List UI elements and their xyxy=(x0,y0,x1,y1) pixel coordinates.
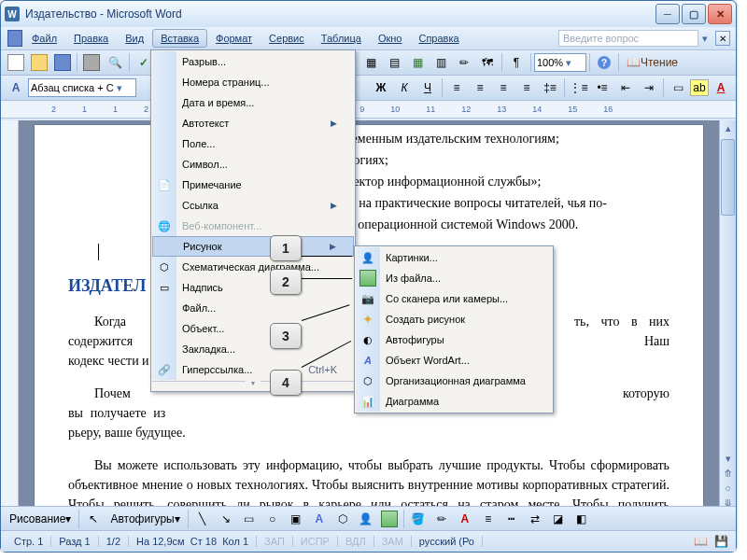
align-center-button[interactable]: ≡ xyxy=(469,77,491,99)
dash-style-button[interactable]: ┅ xyxy=(500,508,523,530)
align-right-button[interactable]: ≡ xyxy=(492,77,514,99)
help-button[interactable]: ? xyxy=(593,51,615,74)
borders-button[interactable]: ▭ xyxy=(667,77,689,99)
submenu-autoshapes[interactable]: ◐Автофигуры xyxy=(356,329,552,350)
align-left-button[interactable]: ≡ xyxy=(445,77,468,99)
menu-item-reference[interactable]: Ссылка▶ xyxy=(152,195,354,216)
zoom-combo[interactable]: 100%▾ xyxy=(534,53,586,72)
menu-item-diagram[interactable]: ⬡Схематическая диаграмма... xyxy=(152,257,354,277)
indent-button[interactable]: ⇥ xyxy=(638,77,660,99)
submenu-wordart[interactable]: AОбъект WordArt... xyxy=(356,350,552,371)
menu-item-webcomponent[interactable]: 🌐Веб-компонент... xyxy=(152,216,354,236)
arrow-style-button[interactable]: ⇄ xyxy=(524,508,546,530)
open-button[interactable] xyxy=(28,51,50,74)
menu-view[interactable]: Вид xyxy=(117,29,152,48)
numbered-list-button[interactable]: ⋮≡ xyxy=(568,77,590,99)
justify-button[interactable]: ≡ xyxy=(515,77,538,99)
outdent-button[interactable]: ⇤ xyxy=(614,77,637,99)
excel-button[interactable]: ▦ xyxy=(406,51,429,74)
insert-table-button[interactable]: ▤ xyxy=(383,51,405,74)
menu-expand-toggle[interactable] xyxy=(152,381,354,389)
show-codes-button[interactable]: ¶ xyxy=(505,51,528,74)
status-save-icon[interactable]: 💾 xyxy=(712,533,730,550)
menu-window[interactable]: Окно xyxy=(370,29,411,48)
line-style-button[interactable]: ≡ xyxy=(477,508,500,530)
scroll-up-button[interactable]: ▴ xyxy=(720,120,736,135)
diagram-tool-button[interactable]: ⬡ xyxy=(331,508,354,530)
submenu-clipart[interactable]: 👤Картинки... xyxy=(356,247,552,268)
menu-help[interactable]: Справка xyxy=(410,29,467,48)
font-color-button[interactable]: A xyxy=(710,77,732,99)
picture-tool-button[interactable] xyxy=(378,508,401,530)
dropdown-icon[interactable]: ▾ xyxy=(698,33,712,45)
underline-button[interactable]: Ч xyxy=(416,77,439,99)
help-prompt[interactable]: Введите вопрос xyxy=(558,30,698,47)
save-toolbar-button[interactable] xyxy=(51,51,74,74)
italic-button[interactable]: К xyxy=(393,77,416,99)
bold-button[interactable]: Ж xyxy=(370,77,392,99)
font-color-draw-button[interactable]: A xyxy=(454,508,476,530)
menu-item-autotext[interactable]: Автотекст▶ xyxy=(152,113,354,133)
highlight-button[interactable]: ab xyxy=(690,79,709,96)
menu-item-hyperlink[interactable]: 🔗Гиперссылка...Ctrl+K xyxy=(152,359,354,380)
status-ext[interactable]: ВДЛ xyxy=(338,536,374,547)
vertical-scrollbar[interactable]: ▴ ▾ ⤊ ○ ⤋ xyxy=(719,120,736,511)
shadow-button[interactable]: ◪ xyxy=(547,508,570,530)
submenu-newdrawing[interactable]: ✦Создать рисунок xyxy=(356,309,552,329)
menu-item-file[interactable]: Файл... xyxy=(152,298,354,318)
submenu-orgchart[interactable]: ⬡Организационная диаграмма xyxy=(356,371,552,391)
menu-item-symbol[interactable]: Символ... xyxy=(152,154,354,175)
horizontal-ruler[interactable]: 2112345678910111213141516 xyxy=(1,101,736,119)
wordart-tool-button[interactable]: A xyxy=(308,508,331,530)
maximize-button[interactable]: ▢ xyxy=(682,4,706,24)
menu-item-picture[interactable]: Рисунок▶ xyxy=(152,236,354,257)
browse-object-button[interactable]: ○ xyxy=(720,481,736,496)
preview-button[interactable]: 🔍 xyxy=(104,51,126,74)
scroll-thumb[interactable] xyxy=(721,139,735,216)
line-color-button[interactable]: ✏ xyxy=(430,508,453,530)
status-rec[interactable]: ЗАП xyxy=(257,536,293,547)
select-objects-button[interactable]: ↖ xyxy=(82,508,105,530)
menu-service[interactable]: Сервис xyxy=(261,29,313,48)
prev-page-button[interactable]: ⤊ xyxy=(720,466,736,481)
menu-format[interactable]: Формат xyxy=(207,29,261,48)
style-combo[interactable]: Абзац списка + С▾ xyxy=(28,78,136,97)
submenu-chart[interactable]: 📊Диаграмма xyxy=(356,391,552,412)
menu-item-break[interactable]: Разрыв... xyxy=(152,51,354,72)
bullet-list-button[interactable]: •≡ xyxy=(591,77,613,99)
menu-item-pagenumbers[interactable]: Номера страниц... xyxy=(152,72,354,92)
tables-button[interactable]: ▦ xyxy=(359,51,382,74)
clipart-tool-button[interactable]: 👤 xyxy=(355,508,377,530)
submenu-fromfile[interactable]: Из файла... xyxy=(356,268,552,288)
print-button[interactable] xyxy=(80,51,103,74)
menu-insert[interactable]: Вставка xyxy=(152,29,207,48)
control-icon[interactable] xyxy=(7,27,23,49)
styles-button[interactable]: A xyxy=(5,77,27,99)
menu-edit[interactable]: Правка xyxy=(65,29,117,48)
columns-button[interactable]: ▥ xyxy=(430,51,452,74)
menu-item-datetime[interactable]: Дата и время... xyxy=(152,92,354,113)
line-spacing-button[interactable]: ‡≡ xyxy=(539,77,561,99)
doc-map-button[interactable]: 🗺 xyxy=(476,51,499,74)
drawing-menu-button[interactable]: Рисование ▾ xyxy=(5,508,76,530)
minimize-button[interactable]: ─ xyxy=(655,4,680,24)
status-language[interactable]: русский (Ро xyxy=(412,536,483,547)
menu-item-comment[interactable]: 📄Примечание xyxy=(152,175,354,195)
autoshapes-menu-button[interactable]: Автофигуры ▾ xyxy=(106,508,184,530)
line-tool-button[interactable]: ╲ xyxy=(191,508,214,530)
menu-item-bookmark[interactable]: Закладка... xyxy=(152,339,354,359)
arrow-tool-button[interactable]: ↘ xyxy=(215,508,237,530)
textbox-tool-button[interactable]: ▣ xyxy=(285,508,307,530)
menu-file[interactable]: Файл xyxy=(23,29,65,48)
reading-mode-button[interactable]: 📖 Чтение xyxy=(622,51,683,74)
status-trk[interactable]: ИСПР xyxy=(293,536,338,547)
3d-button[interactable]: ◧ xyxy=(571,508,593,530)
status-spell-icon[interactable]: 📖 xyxy=(691,533,710,550)
submenu-scanner[interactable]: 📷Со сканера или камеры... xyxy=(356,288,552,309)
doc-close-button[interactable]: ✕ xyxy=(715,31,730,46)
fill-color-button[interactable]: 🪣 xyxy=(407,508,430,530)
rectangle-tool-button[interactable]: ▭ xyxy=(238,508,261,530)
menu-item-textbox[interactable]: ▭Надпись xyxy=(152,277,354,298)
menu-item-object[interactable]: Объект... xyxy=(152,318,354,339)
status-ovr[interactable]: ЗАМ xyxy=(374,536,412,547)
